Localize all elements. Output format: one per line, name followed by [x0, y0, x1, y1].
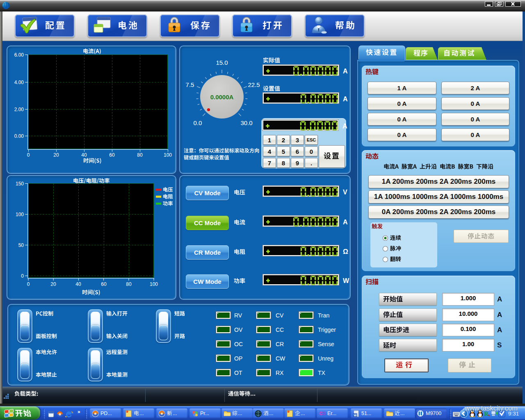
svg-text:W: W — [354, 413, 357, 417]
